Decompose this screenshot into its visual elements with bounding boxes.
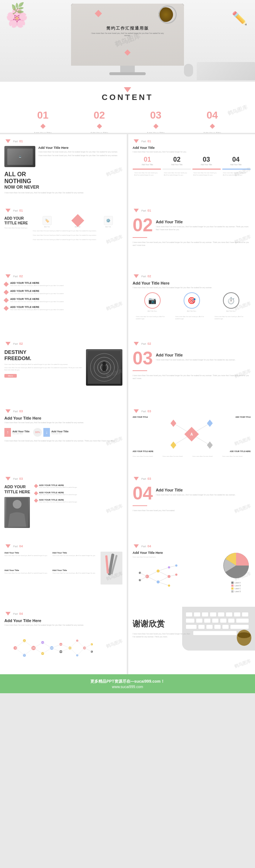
svg-point-33 xyxy=(157,570,160,572)
01b-left-content: ADD YOUR TITTLE HERE I love more than I'… xyxy=(4,216,122,241)
diamond-03bl-1 xyxy=(34,484,38,488)
label-tl: ADD YOUR TITLE xyxy=(133,416,148,418)
svg-line-76 xyxy=(85,644,92,648)
part-header-01l: Part 01 xyxy=(4,139,122,144)
thankyou-title: 谢谢欣赏 xyxy=(133,618,251,629)
label-br: ADD YOUR TITLE HERE xyxy=(230,450,251,452)
svg-line-75 xyxy=(77,648,85,655)
circle-icons: 📷 Add Title Here 🎯 Add Title Here ⏱️ Add… xyxy=(133,292,251,312)
svg-line-72 xyxy=(70,641,77,648)
big-num-01br: 02 xyxy=(133,216,153,234)
big-num-03br: 04 xyxy=(133,484,153,502)
diamond-diagram: A ADD YOUR TITLE ADD YOUR TITLE ADD YOUR… xyxy=(133,416,251,452)
more-button[interactable]: More xyxy=(4,374,17,378)
list-title-02l-1: ADD YOUR TITLE HERE xyxy=(10,282,64,284)
big-num-section: 02 Add Your Title I love more than I've … xyxy=(133,216,251,234)
stat-2: 30% ↓ Add Your Title I love more than xyxy=(33,428,68,437)
body-01br: I love more than I've ever loved you, An… xyxy=(156,225,251,231)
sublabel-01r-2: Add Your Title xyxy=(171,163,183,166)
content-item-3: 03 Add Your Title xyxy=(147,109,165,133)
svg-line-60 xyxy=(15,641,24,648)
legend-d: Label D xyxy=(231,590,241,593)
item-03bl-2: ADD YOUR TITLE HERE I love more than I'v… xyxy=(35,491,122,496)
04l-content: Add Your Title I love more than I've eve… xyxy=(4,552,122,585)
text-03r-3: I love more than I've ever loved xyxy=(192,455,221,458)
slide-row-04b: Part 04 Add Your Title Here I love more … xyxy=(0,607,255,674)
item-01r-4: 04 Add Your Title xyxy=(230,156,242,166)
legend-b-label: Label B xyxy=(235,585,241,587)
part-header-01bl: Part 01 xyxy=(4,208,122,213)
items-01r: 01 Add Your Title 02 Add Your Title 03 A… xyxy=(133,156,251,166)
list-item-02l-1: ADD YOUR TITLE HERE I love more than I'v… xyxy=(4,282,122,287)
02bl-content: DESTINY FREEDOM. I love more than I've e… xyxy=(4,349,122,386)
diamond-03bl-3 xyxy=(34,498,38,502)
slide-02b-left: Part 02 DESTINY FREEDOM. I love more tha… xyxy=(0,337,127,404)
text-grid-02r: I love more than I've ever loved you, An… xyxy=(133,316,251,320)
circle-icon-target: 🎯 Add Title Here xyxy=(184,292,200,312)
svg-line-67 xyxy=(43,648,52,653)
title-03bl: ADD YOUR TITTLE HERE xyxy=(4,484,32,495)
text-blocks-03r: I love more than I've ever loved I love … xyxy=(133,455,251,458)
slide-01-left: Part 01 💻 Add Your Title Here I love mor… xyxy=(0,134,127,204)
pink-diamond-icon xyxy=(71,214,84,227)
title-04r: Add Your Title Here xyxy=(133,551,219,555)
svg-line-74 xyxy=(77,641,85,648)
svg-line-64 xyxy=(34,643,43,648)
slide-04-right: Part 04 Add Your Title Here I love more … xyxy=(128,539,255,607)
num-01r-2: 02 xyxy=(171,156,183,163)
title-01br: Add Your Title xyxy=(156,220,251,224)
text-03r-1: I love more than I've ever loved xyxy=(133,455,161,458)
down-arrow-icon: ↓ xyxy=(43,428,50,437)
svg-line-70 xyxy=(61,644,70,648)
slide-04b-left: Part 04 Add Your Title Here I love more … xyxy=(0,607,127,674)
body-01l: I love more than I've ever loved you, An… xyxy=(38,151,122,154)
slide-02-left: Part 02 ADD YOUR TITLE HERE I love more … xyxy=(0,269,127,337)
slide-03b-right: Part 03 04 Add Your Title I love more th… xyxy=(128,472,255,539)
col-04l-1: Add Your Title I love more than I've eve… xyxy=(4,552,51,567)
part-header-04r: Part 04 xyxy=(133,544,251,549)
content-item-1: 01 Add Your Title xyxy=(34,109,52,133)
wm-04br: 鹤鸟图库 xyxy=(234,658,252,670)
part-header-04l: Part 04 xyxy=(4,544,122,549)
content-item-2: 02 Add Your Title xyxy=(90,109,108,133)
content-item-4: 04 Add Your Title xyxy=(203,109,221,133)
body-02br: I love more than I've ever loved you, An… xyxy=(156,358,236,361)
col-title-04l-1: Add Your Title xyxy=(4,552,51,554)
legend-d-label: Label D xyxy=(235,590,241,593)
all-or-nothing: ALL OR NOTHING NOW OR NEVER I love more … xyxy=(4,171,122,194)
content-num-4: 04 xyxy=(207,109,218,121)
list-item-02l-2: ADD YOUR TITLE HERE I love more than I'v… xyxy=(4,290,122,295)
list-text-02l-4: I love more than I've ever loved you, An… xyxy=(10,309,64,311)
col-04l-2: Add Your Title I love more than I've eve… xyxy=(52,552,99,567)
num-01r-1: 01 xyxy=(142,156,153,163)
diamond-bullet-3 xyxy=(4,298,9,303)
list-title-02l-2: ADD YOUR TITLE HERE xyxy=(10,290,64,292)
diamond-03bl-2 xyxy=(34,491,38,495)
big-num-section-03br: 04 Add Your Title I love more than I've … xyxy=(133,484,251,502)
slide-row-03b: Part 03 ADD YOUR TITTLE HERE xyxy=(0,472,255,539)
body-02bl: I love more than I've ever loved you, An… xyxy=(4,363,83,366)
monitor-subtitle: I love more than I've ever loved you, An… xyxy=(91,32,164,36)
body-04r: I love more than I've ever loved you. xyxy=(133,556,219,558)
svg-line-24 xyxy=(147,571,158,576)
svg-point-35 xyxy=(168,566,170,568)
col-text-04l-2: I love more than I've ever loved you, An… xyxy=(52,555,99,557)
monitor: 简约工作汇报通用版 I love more than I've ever lov… xyxy=(71,4,184,75)
diamond-3 xyxy=(153,124,158,129)
body-04bl: I love more than I've ever loved you, An… xyxy=(4,624,122,627)
title-04bl: Add Your Title Here xyxy=(4,618,122,623)
diamond-bullet-4 xyxy=(4,306,9,311)
item-03bl-3: ADD YOUR TITLE HERE I love more than I'v… xyxy=(35,499,122,503)
part-label-01r: Part xyxy=(141,140,146,143)
04l-grid: Add Your Title I love more than I've eve… xyxy=(4,552,98,585)
svg-line-42 xyxy=(140,573,147,576)
svg-line-43 xyxy=(140,576,147,580)
svg-line-61 xyxy=(15,648,24,655)
slide-row-02b: Part 02 DESTINY FREEDOM. I love more tha… xyxy=(0,337,255,404)
pie-legend: Label A Label B Label C Label D xyxy=(231,582,241,593)
legend-c: Label C xyxy=(231,587,241,590)
footer-line2: www.sucai999.com xyxy=(7,685,248,689)
part-header-01br: Part 01 xyxy=(133,208,251,213)
svg-marker-16 xyxy=(170,441,176,449)
svg-point-36 xyxy=(168,575,170,578)
